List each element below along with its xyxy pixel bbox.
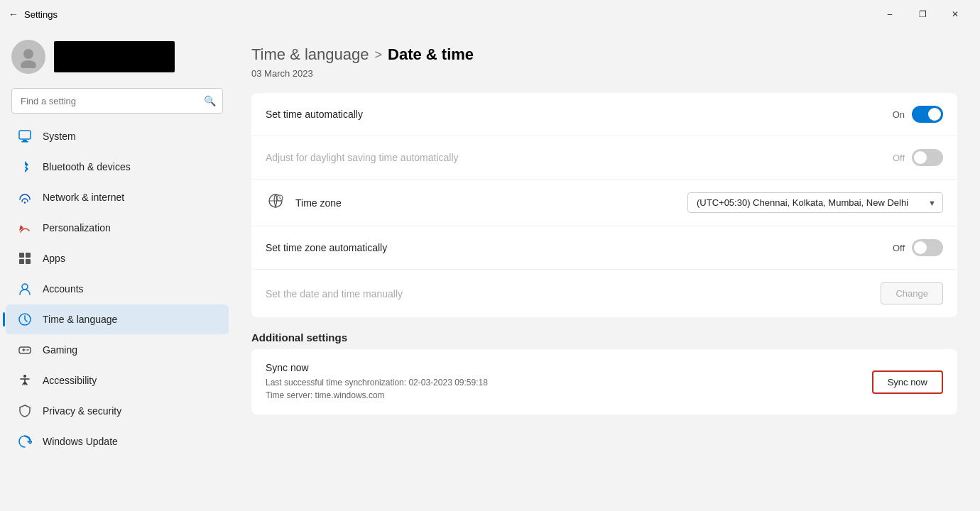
sidebar-item-update[interactable]: Windows Update [6, 427, 229, 456]
search-input[interactable] [11, 88, 223, 114]
setting-label-set-date-manually: Set the date and time manually [266, 288, 881, 300]
timezone-select[interactable]: (UTC+05:30) Chennai, Kolkata, Mumbai, Ne… [687, 192, 943, 213]
main-content: Time & language > Date & time 03 March 2… [234, 28, 980, 511]
additional-settings-title: Additional settings [251, 331, 957, 344]
system-icon [17, 128, 33, 144]
setting-label-set-timezone-auto: Set time zone automatically [266, 242, 893, 253]
setting-right-daylight-saving: Off [893, 149, 943, 166]
setting-right-set-date-manually: Change [881, 282, 943, 304]
sidebar-item-label: Windows Update [43, 436, 118, 447]
sidebar-item-label: Accessibility [43, 375, 97, 386]
sidebar-item-label: Apps [43, 253, 65, 264]
setting-row-timezone: Time zone (UTC+05:30) Chennai, Kolkata, … [251, 180, 957, 226]
nav-list: System Bluetooth & devices Network & int… [0, 121, 234, 457]
toggle-knob-daylight-saving [914, 151, 927, 164]
sidebar-item-gaming[interactable]: Gaming [6, 335, 229, 365]
page-subtitle: 03 March 2023 [251, 68, 957, 79]
setting-icon-timezone [266, 192, 285, 213]
setting-row-set-date-manually: Set the date and time manually Change [251, 270, 957, 317]
breadcrumb-parent[interactable]: Time & language [251, 45, 369, 64]
sync-title: Sync now [266, 362, 488, 373]
setting-right-set-time-auto: On [893, 106, 943, 123]
window-title: Settings [24, 9, 58, 20]
setting-row-set-timezone-auto: Set time zone automatically Off [251, 226, 957, 270]
toggle-daylight-saving[interactable] [912, 149, 943, 166]
toggle-set-timezone-auto[interactable] [912, 239, 943, 256]
search-box: 🔍 [11, 88, 223, 114]
svg-point-13 [23, 375, 26, 378]
svg-point-1 [21, 60, 36, 68]
breadcrumb-separator: > [375, 48, 383, 62]
setting-right-timezone: (UTC+05:30) Chennai, Kolkata, Mumbai, Ne… [687, 192, 943, 213]
bluetooth-icon [17, 159, 33, 175]
sidebar-item-privacy[interactable]: Privacy & security [6, 396, 229, 426]
sync-card: Sync now Last successful time synchroniz… [251, 349, 957, 414]
sync-detail-line1: Last successful time synchronization: 02… [266, 376, 488, 389]
accounts-icon [17, 281, 33, 297]
time-icon [17, 312, 33, 327]
privacy-icon [17, 403, 33, 419]
sidebar-item-bluetooth[interactable]: Bluetooth & devices [6, 152, 229, 182]
restore-button[interactable]: ❐ [906, 3, 939, 26]
svg-point-0 [23, 49, 33, 59]
close-button[interactable]: ✕ [939, 3, 971, 26]
toggle-status-set-time-auto: On [893, 109, 905, 120]
sidebar-item-label: Network & internet [43, 192, 124, 203]
svg-point-10 [22, 284, 28, 290]
apps-icon [17, 251, 33, 266]
settings-card: Set time automatically On Adjust for day… [251, 93, 957, 317]
search-icon: 🔍 [204, 95, 216, 106]
svg-rect-8 [19, 259, 24, 264]
app-body: 🔍 System Bluetooth & devices Network & i… [0, 28, 980, 511]
sidebar-item-label: Time & language [43, 314, 117, 325]
accessibility-icon [17, 373, 33, 388]
svg-rect-9 [26, 259, 31, 264]
svg-point-5 [24, 202, 26, 203]
toggle-status-daylight-saving: Off [893, 153, 905, 163]
sidebar-item-accessibility[interactable]: Accessibility [6, 366, 229, 395]
sidebar-item-personalization[interactable]: Personalization [6, 213, 229, 243]
sidebar: 🔍 System Bluetooth & devices Network & i… [0, 28, 234, 511]
sidebar-item-label: Accounts [43, 283, 84, 295]
change-button[interactable]: Change [881, 282, 943, 304]
sidebar-item-network[interactable]: Network & internet [6, 182, 229, 212]
sync-detail-line2: Time server: time.windows.com [266, 389, 488, 402]
avatar [11, 40, 45, 74]
svg-rect-7 [26, 253, 31, 258]
toggle-knob-set-timezone-auto [914, 241, 927, 254]
setting-right-set-timezone-auto: Off [893, 239, 943, 256]
sidebar-item-label: Personalization [43, 222, 111, 233]
sidebar-item-label: Gaming [43, 344, 77, 356]
toggle-status-set-timezone-auto: Off [893, 243, 905, 253]
back-icon[interactable]: ← [9, 9, 18, 20]
sync-now-button[interactable]: Sync now [872, 370, 943, 394]
sidebar-item-system[interactable]: System [6, 121, 229, 151]
toggle-knob-set-time-auto [928, 108, 941, 121]
setting-row-daylight-saving: Adjust for daylight saving time automati… [251, 136, 957, 180]
breadcrumb: Time & language > Date & time [251, 45, 957, 64]
network-icon [17, 189, 33, 205]
titlebar-controls: – ❐ ✕ [873, 3, 971, 26]
svg-rect-3 [23, 140, 27, 141]
titlebar: ← Settings – ❐ ✕ [0, 0, 980, 28]
setting-label-daylight-saving: Adjust for daylight saving time automati… [266, 152, 893, 163]
select-wrap-timezone: (UTC+05:30) Chennai, Kolkata, Mumbai, Ne… [687, 192, 943, 213]
svg-rect-6 [19, 253, 24, 258]
sidebar-item-accounts[interactable]: Accounts [6, 274, 229, 304]
sidebar-profile [0, 28, 234, 85]
personalization-icon [17, 220, 33, 236]
titlebar-left: ← Settings [9, 9, 58, 20]
sidebar-item-label: System [43, 131, 76, 142]
svg-rect-4 [21, 141, 28, 143]
sidebar-item-apps[interactable]: Apps [6, 243, 229, 273]
setting-label-set-time-auto: Set time automatically [266, 109, 893, 120]
toggle-set-time-auto[interactable] [912, 106, 943, 123]
sidebar-item-label: Bluetooth & devices [43, 161, 131, 172]
gaming-icon [17, 342, 33, 358]
sidebar-item-label: Privacy & security [43, 405, 121, 417]
minimize-button[interactable]: – [873, 3, 906, 26]
setting-row-set-time-auto: Set time automatically On [251, 93, 957, 136]
update-icon [17, 434, 33, 449]
breadcrumb-current: Date & time [388, 45, 474, 64]
sidebar-item-time[interactable]: Time & language [6, 304, 229, 334]
